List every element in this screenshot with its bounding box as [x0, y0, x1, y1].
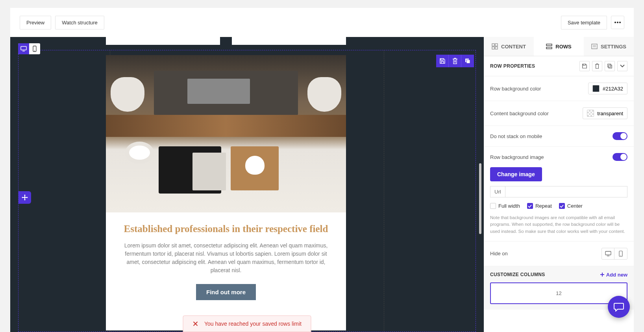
bgimage-toggle[interactable]: [613, 153, 627, 161]
more-button[interactable]: [611, 16, 624, 29]
close-icon[interactable]: [192, 321, 198, 326]
duplicate-section-button[interactable]: [605, 61, 615, 71]
add-column-button[interactable]: Add new: [600, 272, 627, 278]
preview-button[interactable]: Preview: [20, 16, 51, 30]
svg-point-0: [614, 22, 616, 23]
svg-rect-11: [492, 47, 494, 49]
save-icon: [582, 63, 587, 69]
app-root: Preview Watch structure Save template: [0, 0, 644, 332]
checkbox-icon: [527, 203, 533, 209]
limit-alert: You have reached your saved rows limit: [183, 315, 311, 332]
bgimage-subsection: Change image Url Full width Repeat Cente…: [484, 167, 634, 242]
svg-rect-4: [22, 51, 25, 52]
svg-rect-21: [607, 256, 609, 256]
card-placeholder: [106, 37, 220, 45]
row-contentbg: Content background color transparent: [484, 101, 634, 126]
svg-rect-10: [495, 44, 498, 46]
row-hideon: Hide on: [484, 242, 634, 266]
cta-button[interactable]: Find out more: [196, 284, 256, 300]
topbar-right: Save template: [561, 16, 624, 30]
nostack-toggle[interactable]: [613, 132, 627, 140]
center-checkbox[interactable]: Center: [559, 203, 583, 209]
watch-structure-button[interactable]: Watch structure: [55, 16, 104, 30]
move-handle[interactable]: [19, 191, 31, 204]
svg-rect-18: [608, 64, 611, 67]
trash-icon: [452, 58, 458, 64]
column-width-box[interactable]: 12: [490, 282, 627, 304]
hide-desktop-button[interactable]: [602, 248, 614, 259]
property-label: Content background color: [490, 111, 549, 116]
card-placeholder: [232, 37, 346, 45]
desktop-view-button[interactable]: [18, 43, 29, 54]
svg-point-23: [620, 255, 621, 256]
properties-panel: CONTENT ROWS SETTINGS ROW PROPERTIES R: [484, 37, 634, 332]
panel-body: Row background color #212A32 Content bac…: [484, 76, 634, 332]
duplicate-row-button[interactable]: [461, 55, 474, 67]
checkbox-icon: [490, 203, 496, 209]
save-section-button[interactable]: [579, 61, 590, 71]
hero-image: [106, 55, 346, 212]
scrollbar[interactable]: [479, 163, 481, 234]
trash-icon: [595, 63, 600, 69]
change-image-button[interactable]: Change image: [490, 167, 542, 181]
save-row-button[interactable]: [436, 55, 449, 67]
save-icon: [439, 58, 446, 64]
fullwidth-checkbox[interactable]: Full width: [490, 203, 520, 209]
mobile-icon: [33, 46, 37, 52]
mobile-view-button[interactable]: [29, 43, 40, 54]
delete-row-button[interactable]: [449, 55, 461, 67]
content-body: Lorem ipsum dolor sit amet, consectetur …: [106, 234, 346, 275]
row-bgcolor: Row background color #212A32: [484, 76, 634, 101]
property-label: Hide on: [490, 251, 508, 256]
section-title: ROW PROPERTIES: [490, 63, 535, 69]
add-label: Add new: [606, 272, 627, 278]
device-toggle: [18, 43, 40, 54]
svg-rect-15: [592, 44, 597, 49]
property-label: Row background image: [490, 154, 544, 160]
columns-title: CUSTOMIZE COLUMNS: [490, 272, 545, 277]
color-swatch: [592, 85, 600, 92]
hide-mobile-button[interactable]: [614, 248, 627, 259]
svg-rect-14: [546, 47, 552, 49]
move-icon: [22, 194, 28, 201]
bgimage-options: Full width Repeat Center: [490, 203, 627, 209]
hideon-devices: [601, 248, 627, 260]
save-template-button[interactable]: Save template: [561, 16, 607, 30]
delete-section-button[interactable]: [592, 61, 602, 71]
row-bgimage: Row background image: [484, 147, 634, 167]
desktop-icon: [605, 251, 611, 256]
editor-canvas[interactable]: Established professionals in their respe…: [10, 37, 484, 332]
copy-icon: [607, 63, 613, 69]
tab-settings[interactable]: SETTINGS: [584, 37, 634, 56]
svg-rect-19: [609, 65, 612, 68]
help-fab[interactable]: [608, 296, 630, 318]
bgimage-note: Note that background images are not comp…: [490, 214, 627, 235]
tab-label: SETTINGS: [601, 44, 626, 50]
color-value: transparent: [597, 111, 623, 116]
tab-rows[interactable]: ROWS: [534, 37, 584, 56]
url-input[interactable]: [505, 186, 627, 197]
content-heading: Established professionals in their respe…: [106, 223, 346, 234]
checkbox-icon: [559, 203, 565, 209]
repeat-checkbox[interactable]: Repeat: [527, 203, 552, 209]
checkbox-label: Repeat: [535, 203, 552, 209]
tab-content[interactable]: CONTENT: [484, 37, 534, 56]
checkbox-label: Full width: [498, 203, 520, 209]
plus-icon: [600, 272, 605, 277]
bgcolor-picker[interactable]: #212A32: [588, 83, 627, 94]
rows-icon: [546, 44, 552, 49]
svg-rect-20: [605, 251, 611, 255]
svg-point-2: [619, 22, 621, 23]
svg-rect-8: [466, 60, 470, 63]
svg-point-6: [34, 50, 35, 51]
collapse-section-button[interactable]: [617, 61, 627, 71]
row-nostack: Do not stack on mobile: [484, 126, 634, 147]
color-swatch: [587, 110, 594, 117]
top-cards-row: [106, 37, 346, 45]
tab-label: CONTENT: [501, 44, 526, 50]
content-block[interactable]: Established professionals in their respe…: [106, 55, 346, 330]
contentbg-picker[interactable]: transparent: [583, 107, 627, 119]
ellipsis-icon: [614, 22, 621, 23]
section-actions: [579, 61, 627, 71]
alert-text: You have reached your saved rows limit: [204, 321, 302, 327]
